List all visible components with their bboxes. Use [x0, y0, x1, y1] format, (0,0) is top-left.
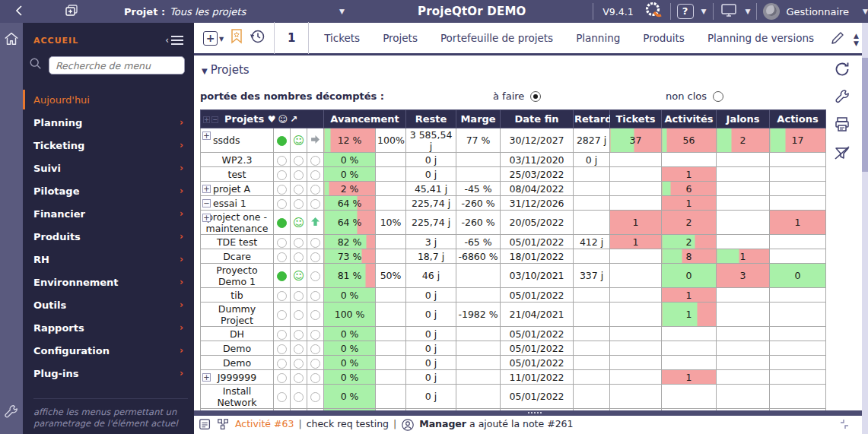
settings-wrench-icon[interactable] — [834, 88, 851, 109]
cell-project-name[interactable]: DH — [201, 327, 274, 341]
expand-icon[interactable]: + — [202, 131, 211, 140]
scrollbar-thumb[interactable] — [862, 58, 868, 172]
tab-planning[interactable]: Planning — [576, 32, 620, 44]
chevron-down-icon[interactable]: ▼ — [219, 36, 224, 43]
expand-icon[interactable]: + — [202, 373, 211, 382]
section-header[interactable]: ▼Projets — [202, 63, 862, 77]
project-name: DH — [230, 328, 244, 340]
radio-unselected-icon[interactable] — [713, 91, 723, 102]
cell-project-name[interactable]: tib — [201, 288, 274, 303]
cell-project-name[interactable]: +projet A — [201, 182, 274, 196]
mood-icon[interactable]: ☺ — [278, 114, 290, 125]
collapse-icon[interactable]: − — [202, 199, 211, 207]
sidebar-item-aujourd-hui[interactable]: Aujourd'hui — [23, 88, 194, 111]
tab-planning-de-versions[interactable]: Planning de versions — [707, 32, 814, 44]
cell-project-name[interactable]: Demo — [201, 341, 274, 356]
user-avatar[interactable] — [763, 3, 780, 20]
tab-tickets[interactable]: Tickets — [324, 32, 360, 44]
filter-off-icon[interactable] — [833, 144, 851, 165]
scroll-tabs-down-icon[interactable]: ▼ — [854, 40, 859, 46]
sidebar-item-produits[interactable]: Produits› — [23, 225, 194, 248]
tab-portefeuille-de-projets[interactable]: Portefeuille de projets — [440, 32, 553, 44]
cell-project-name[interactable]: +ssdds — [201, 128, 274, 153]
tab-produits[interactable]: Produits — [643, 32, 685, 44]
cell-project-name[interactable]: test — [201, 167, 274, 182]
sidebar-item-configuration[interactable]: Configuration› — [23, 339, 194, 362]
chevron-down-icon[interactable]: ▼ — [701, 8, 707, 15]
display-monitor-icon[interactable] — [720, 3, 738, 21]
help-button[interactable]: ? — [677, 4, 694, 19]
print-icon[interactable] — [833, 116, 851, 137]
sidebar-collapse-button[interactable]: ‹ — [165, 33, 183, 47]
bookmark-star-icon[interactable] — [230, 28, 243, 48]
column-tickets[interactable]: Tickets — [610, 110, 662, 128]
health-icon[interactable]: ♥ — [268, 114, 278, 125]
column-projets[interactable]: +− Projets ♥☺↗ — [201, 110, 324, 128]
sidebar-item-ticketing[interactable]: Ticketing› — [23, 134, 194, 157]
cell-activites — [662, 341, 717, 356]
collapse-panel-icon[interactable] — [839, 419, 850, 431]
cell-project-name[interactable]: +project one - maintenance — [201, 211, 274, 235]
chevron-down-icon[interactable]: ▼ — [863, 8, 868, 15]
expand-icon[interactable]: + — [202, 185, 211, 193]
scope-option-non-clos[interactable]: non clos — [666, 90, 723, 102]
sidebar-item-plug-ins[interactable]: Plug-ins› — [23, 362, 194, 385]
cell-project-name[interactable]: Dummy Project — [201, 303, 274, 327]
cell-project-name[interactable]: −essai 1 — [201, 196, 274, 211]
column-retard[interactable]: Retard — [574, 110, 610, 128]
column-reste[interactable]: Reste — [406, 110, 456, 128]
chevron-down-icon[interactable]: ▼ — [746, 8, 751, 15]
scroll-tabs-up-icon[interactable]: ▲ — [854, 33, 859, 39]
new-window-icon[interactable] — [65, 5, 78, 19]
back-icon[interactable] — [8, 5, 30, 19]
panel-splitter-handle[interactable] — [194, 410, 862, 416]
vertical-scrollbar[interactable] — [862, 23, 868, 434]
sidebar-item-rapports[interactable]: Rapports› — [23, 316, 194, 339]
sidebar-item-pilotage[interactable]: Pilotage› — [23, 179, 194, 202]
cell-project-name[interactable]: WP2.3 — [201, 153, 274, 167]
sidebar-item-rh[interactable]: RH› — [23, 248, 194, 271]
trend-icon[interactable]: ↗ — [290, 114, 300, 125]
column-marge[interactable]: Marge — [456, 110, 501, 128]
sidebar-item-outils[interactable]: Outils› — [23, 293, 194, 316]
cell-date-fin: 05/01/2022 — [501, 288, 574, 303]
sidebar-item-financier[interactable]: Financier› — [23, 202, 194, 225]
column-actions[interactable]: Actions — [770, 110, 826, 128]
projeqtor-logo-icon[interactable] — [641, 1, 664, 23]
note-icon[interactable] — [199, 418, 212, 432]
cell-project-name[interactable]: Demo — [201, 356, 274, 370]
cell-indicator — [291, 182, 307, 196]
cell-project-name[interactable]: Install Network — [201, 385, 274, 409]
add-tab-button[interactable]: + — [203, 31, 218, 46]
cell-marge — [456, 370, 501, 385]
cell-project-name[interactable]: Dcare — [201, 249, 274, 264]
radio-selected-icon[interactable] — [530, 91, 541, 102]
cell-project-name[interactable]: TDE test — [201, 235, 274, 249]
sidebar-item-environnement[interactable]: Environnement› — [23, 271, 194, 293]
cell-tickets — [610, 264, 662, 288]
scope-filter-row: portée des nombres décomptés : à faire n… — [200, 90, 824, 106]
hierarchy-icon[interactable] — [217, 418, 231, 432]
expand-icon[interactable]: + — [202, 214, 211, 222]
expand-all-icons[interactable]: +− — [203, 116, 218, 123]
cell-project-name[interactable]: Proyecto Demo 1 — [201, 264, 274, 288]
refresh-icon[interactable] — [833, 60, 851, 81]
menu-search-input[interactable] — [49, 56, 185, 74]
tab-projets[interactable]: Projets — [383, 32, 418, 44]
edit-pencil-icon[interactable] — [829, 30, 846, 49]
column-jalons[interactable]: Jalons — [717, 110, 770, 128]
column-datefin[interactable]: Date fin — [501, 110, 574, 128]
column-avancement[interactable]: Avancement — [324, 110, 406, 128]
activity-link[interactable]: Activité #63 — [235, 418, 294, 429]
cell-project-name[interactable]: +J999999 — [201, 370, 274, 385]
cell-date-fin: 03/11/2020 — [501, 153, 574, 167]
sidebar-item-planning[interactable]: Planning› — [23, 111, 194, 134]
history-clock-icon[interactable] — [250, 28, 266, 48]
home-icon[interactable] — [3, 30, 20, 50]
open-tab-number[interactable]: 1 — [275, 31, 308, 45]
project-selector[interactable]: Projet : Tous les projets ▼ — [124, 6, 345, 17]
wrench-icon[interactable] — [3, 404, 20, 423]
sidebar-item-suivi[interactable]: Suivi› — [23, 157, 194, 179]
column-activites[interactable]: Activités — [662, 110, 717, 128]
scope-option-a-faire[interactable]: à faire — [493, 90, 541, 102]
